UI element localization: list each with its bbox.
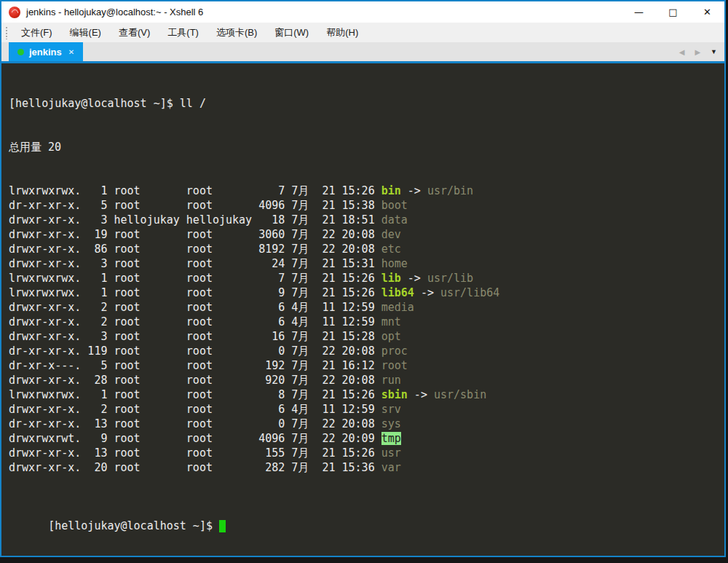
close-button[interactable]: ✕	[690, 1, 724, 23]
tab-status-dot-icon	[17, 49, 24, 55]
terminal-listing-row: drwxr-xr-x. 2 root root 6 4月 11 12:59 me…	[9, 300, 724, 315]
menu-item-6[interactable]: 帮助(H)	[317, 23, 367, 42]
title-bar[interactable]: jenkins - hellojukay@localhost:~ - Xshel…	[1, 1, 724, 23]
terminal-listing-row: drwxr-xr-x. 13 root root 155 7月 21 15:26…	[9, 446, 724, 460]
terminal-listing-row: lrwxrwxrwx. 1 root root 7 7月 21 15:26 bi…	[9, 184, 724, 198]
menu-bar: 文件(F)编辑(E)查看(V)工具(T)选项卡(B)窗口(W)帮助(H)	[1, 23, 724, 42]
maximize-button[interactable]: □	[656, 1, 690, 23]
tab-nav-controls: ◀ ▶ ▼	[679, 42, 717, 61]
terminal-prompt-line: [hellojukay@localhost ~]$	[9, 504, 724, 548]
tab-jenkins[interactable]: jenkins ✕	[9, 42, 83, 61]
terminal-listing-row: drwxr-xr-x. 3 root root 16 7月 21 15:28 o…	[9, 329, 724, 344]
terminal-listing-row: drwxr-xr-x. 86 root root 8192 7月 22 20:0…	[9, 242, 724, 256]
menu-item-2[interactable]: 查看(V)	[110, 23, 159, 42]
window-title: jenkins - hellojukay@localhost:~ - Xshel…	[26, 7, 203, 17]
tab-bar: jenkins ✕ ◀ ▶ ▼	[1, 42, 724, 61]
terminal-listing-row: drwxr-xr-x. 3 hellojukay hellojukay 18 7…	[9, 213, 724, 227]
menu-item-4[interactable]: 选项卡(B)	[207, 23, 266, 42]
tab-scroll-left-icon[interactable]: ◀	[679, 48, 685, 56]
terminal-listing-row: drwxrwxrwt. 9 root root 4096 7月 22 20:09…	[9, 431, 724, 446]
terminal-listing-row: dr-xr-xr-x. 119 root root 0 7月 22 20:08 …	[9, 344, 724, 358]
menu-item-5[interactable]: 窗口(W)	[266, 23, 317, 42]
terminal-listing-row: dr-xr-xr-x. 5 root root 4096 7月 21 15:38…	[9, 198, 724, 213]
terminal-screen[interactable]: [hellojukay@localhost ~]$ ll / 总用量 20 lr…	[1, 63, 724, 556]
tab-close-icon[interactable]: ✕	[68, 48, 74, 56]
terminal-listing-row: drwxr-xr-x. 2 root root 6 4月 11 12:59 sr…	[9, 402, 724, 417]
terminal-command-line: [hellojukay@localhost ~]$ ll /	[9, 96, 724, 111]
terminal-listing-row: dr-xr-xr-x. 13 root root 0 7月 22 20:08 s…	[9, 417, 724, 431]
terminal-listing-row: lrwxrwxrwx. 1 root root 8 7月 21 15:26 sb…	[9, 387, 724, 402]
terminal-listing-row: drwxr-xr-x. 20 root root 282 7月 21 15:36…	[9, 460, 724, 475]
menubar-grip-handle[interactable]	[4, 26, 8, 39]
terminal-listing-row: lrwxrwxrwx. 1 root root 7 7月 21 15:26 li…	[9, 271, 724, 286]
tab-label: jenkins	[29, 47, 62, 58]
xshell-logo-icon	[9, 7, 20, 18]
terminal-listing-row: lrwxrwxrwx. 1 root root 9 7月 21 15:26 li…	[9, 286, 724, 300]
terminal-listing-row: dr-xr-x---. 5 root root 192 7月 21 16:12 …	[9, 358, 724, 373]
terminal-listing-row: drwxr-xr-x. 2 root root 6 4月 11 12:59 mn…	[9, 315, 724, 329]
menu-item-0[interactable]: 文件(F)	[12, 23, 61, 42]
xshell-window: jenkins - hellojukay@localhost:~ - Xshel…	[0, 0, 726, 557]
terminal-total-line: 总用量 20	[9, 140, 724, 154]
menu-item-1[interactable]: 编辑(E)	[61, 23, 110, 42]
terminal-listing: lrwxrwxrwx. 1 root root 7 7月 21 15:26 bi…	[9, 184, 724, 475]
terminal-listing-row: drwxr-xr-x. 28 root root 920 7月 22 20:08…	[9, 373, 724, 387]
menu-item-3[interactable]: 工具(T)	[159, 23, 207, 42]
minimize-button[interactable]: —	[622, 1, 656, 23]
terminal-listing-row: drwxr-xr-x. 19 root root 3060 7月 22 20:0…	[9, 227, 724, 242]
terminal-prompt: [hellojukay@localhost ~]$	[48, 519, 213, 532]
terminal-cursor	[219, 520, 226, 532]
tab-scroll-right-icon[interactable]: ▶	[695, 48, 700, 56]
terminal-listing-row: drwxr-xr-x. 3 root root 24 7月 21 15:31 h…	[9, 256, 724, 271]
tab-list-dropdown-icon[interactable]: ▼	[711, 48, 717, 55]
